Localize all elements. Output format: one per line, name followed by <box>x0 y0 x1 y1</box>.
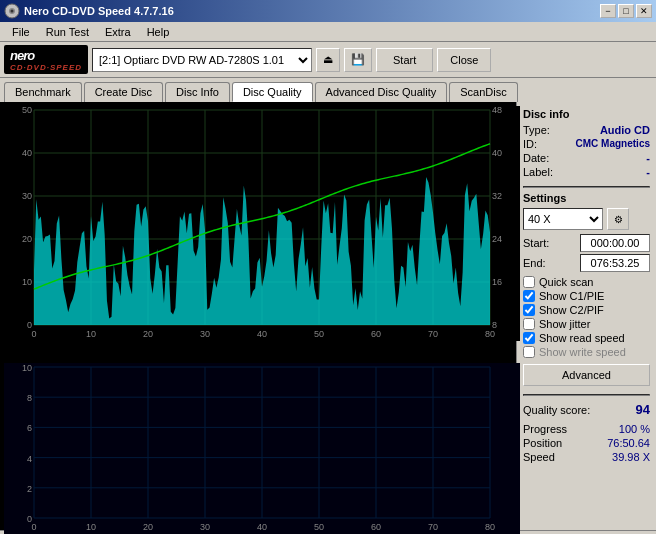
show-write-label: Show write speed <box>539 346 626 358</box>
quality-score-row: Quality score: 94 <box>523 402 650 417</box>
title-bar: Nero CD-DVD Speed 4.7.7.16 − □ ✕ <box>0 0 656 22</box>
menu-extra[interactable]: Extra <box>97 24 139 40</box>
show-read-label: Show read speed <box>539 332 625 344</box>
position-row: Position 76:50.64 <box>523 437 650 449</box>
menu-run-test[interactable]: Run Test <box>38 24 97 40</box>
quick-scan-row: Quick scan <box>523 276 650 288</box>
tab-create-disc[interactable]: Create Disc <box>84 82 163 102</box>
quality-score-label: Quality score: <box>523 404 590 416</box>
chart-area <box>0 102 516 530</box>
position-label: Position <box>523 437 562 449</box>
quick-scan-label: Quick scan <box>539 276 593 288</box>
disc-id-row: ID: CMC Magnetics <box>523 138 650 150</box>
main-content: Disc info Type: Audio CD ID: CMC Magneti… <box>0 102 656 530</box>
speed-label-prog: Speed <box>523 451 555 463</box>
start-row: Start: <box>523 234 650 252</box>
settings-section: Settings 40 X Max 8 X 16 X 32 X 48 X ⚙ S… <box>523 192 650 386</box>
progress-row: Progress 100 % <box>523 423 650 435</box>
minimize-button[interactable]: − <box>600 4 616 18</box>
disc-type-label: Type: <box>523 124 550 136</box>
start-label: Start: <box>523 237 549 249</box>
toolbar: nero CD·DVD·SPEED [2:1] Optiarc DVD RW A… <box>0 42 656 78</box>
disc-date-value: - <box>646 152 650 164</box>
show-jitter-row: Show jitter <box>523 318 650 330</box>
disc-date-row: Date: - <box>523 152 650 164</box>
show-write-row: Show write speed <box>523 346 650 358</box>
disc-label-row: Label: - <box>523 166 650 178</box>
window-controls: − □ ✕ <box>600 4 652 18</box>
disc-id-label: ID: <box>523 138 537 150</box>
show-read-checkbox[interactable] <box>523 332 535 344</box>
disc-label-value: - <box>646 166 650 178</box>
speed-row-prog: Speed 39.98 X <box>523 451 650 463</box>
show-c2-label: Show C2/PIF <box>539 304 604 316</box>
disc-type-value: Audio CD <box>600 124 650 136</box>
tab-disc-info[interactable]: Disc Info <box>165 82 230 102</box>
show-jitter-checkbox[interactable] <box>523 318 535 330</box>
progress-label: Progress <box>523 423 567 435</box>
advanced-button[interactable]: Advanced <box>523 364 650 386</box>
eject-button[interactable]: ⏏ <box>316 48 340 72</box>
speed-row: 40 X Max 8 X 16 X 32 X 48 X ⚙ <box>523 208 650 230</box>
start-input[interactable] <box>580 234 650 252</box>
chart-canvas <box>4 106 520 534</box>
disc-type-row: Type: Audio CD <box>523 124 650 136</box>
quality-score-value: 94 <box>636 402 650 417</box>
save-button[interactable]: 💾 <box>344 48 372 72</box>
disc-id-value: CMC Magnetics <box>576 138 650 150</box>
title-text: Nero CD-DVD Speed 4.7.7.16 <box>4 3 174 19</box>
speed-value-prog: 39.98 X <box>612 451 650 463</box>
start-button[interactable]: Start <box>376 48 433 72</box>
drive-select[interactable]: [2:1] Optiarc DVD RW AD-7280S 1.01 <box>92 48 312 72</box>
close-button[interactable]: ✕ <box>636 4 652 18</box>
end-input[interactable] <box>580 254 650 272</box>
show-c2-row: Show C2/PIF <box>523 304 650 316</box>
tab-advanced-disc-quality[interactable]: Advanced Disc Quality <box>315 82 448 102</box>
svg-point-2 <box>11 10 14 13</box>
menu-help[interactable]: Help <box>139 24 178 40</box>
disc-info-section: Disc info Type: Audio CD ID: CMC Magneti… <box>523 108 650 178</box>
show-read-row: Show read speed <box>523 332 650 344</box>
show-c1-row: Show C1/PIE <box>523 290 650 302</box>
tab-scan-disc[interactable]: ScanDisc <box>449 82 517 102</box>
menu-file[interactable]: File <box>4 24 38 40</box>
show-jitter-label: Show jitter <box>539 318 590 330</box>
disc-info-label: Disc info <box>523 108 650 120</box>
show-c1-label: Show C1/PIE <box>539 290 604 302</box>
end-label: End: <box>523 257 546 269</box>
progress-value: 100 % <box>619 423 650 435</box>
menu-bar: File Run Test Extra Help <box>0 22 656 42</box>
settings-label: Settings <box>523 192 650 204</box>
tab-benchmark[interactable]: Benchmark <box>4 82 82 102</box>
tab-bar: Benchmark Create Disc Disc Info Disc Qua… <box>0 78 656 102</box>
nero-logo: nero CD·DVD·SPEED <box>4 45 88 74</box>
disc-date-label: Date: <box>523 152 549 164</box>
progress-section: Progress 100 % Position 76:50.64 Speed 3… <box>523 423 650 463</box>
end-row: End: <box>523 254 650 272</box>
maximize-button[interactable]: □ <box>618 4 634 18</box>
position-value: 76:50.64 <box>607 437 650 449</box>
show-c1-checkbox[interactable] <box>523 290 535 302</box>
disc-label-label: Label: <box>523 166 553 178</box>
speed-select[interactable]: 40 X Max 8 X 16 X 32 X 48 X <box>523 208 603 230</box>
quick-scan-checkbox[interactable] <box>523 276 535 288</box>
right-panel: Disc info Type: Audio CD ID: CMC Magneti… <box>516 102 656 530</box>
tab-disc-quality[interactable]: Disc Quality <box>232 82 313 102</box>
show-c2-checkbox[interactable] <box>523 304 535 316</box>
close-app-button[interactable]: Close <box>437 48 491 72</box>
show-write-checkbox[interactable] <box>523 346 535 358</box>
app-icon <box>4 3 20 19</box>
speed-settings-button[interactable]: ⚙ <box>607 208 629 230</box>
